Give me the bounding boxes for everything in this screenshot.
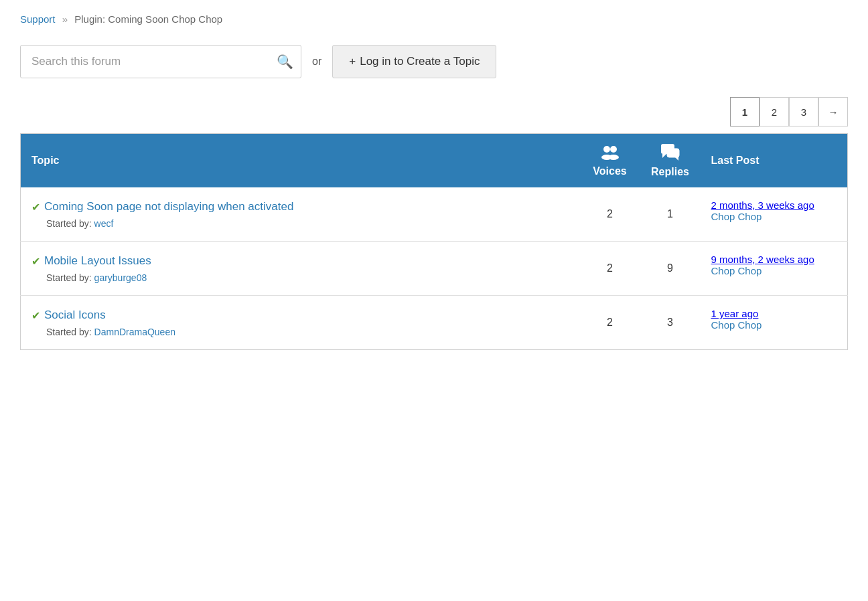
pagination-page-3[interactable]: 3 [789,97,818,126]
topic-meta: Started by: DamnDramaQueen [46,327,569,337]
topic-title-row: ✔ Social Icons [31,308,569,323]
pagination-next[interactable]: → [818,97,848,126]
search-input[interactable] [20,45,301,78]
table-row: ✔ Mobile Layout Issues Started by: garyb… [21,242,848,296]
started-by-label: Started by: [46,272,92,283]
last-post-by: Chop Chop [711,265,837,277]
topic-title-row: ✔ Coming Soon page not displaying when a… [31,199,569,214]
last-post-by-link[interactable]: Chop Chop [711,211,762,222]
svg-rect-7 [667,149,679,157]
table-row: ✔ Social Icons Started by: DamnDramaQuee… [21,296,848,350]
last-post-by-link[interactable]: Chop Chop [711,319,762,331]
pagination: 1 2 3 → [20,97,848,126]
last-post-time-link[interactable]: 9 months, 2 weeks ago [711,254,814,265]
voices-cell: 2 [580,187,640,242]
topic-author-link[interactable]: wecf [94,218,114,229]
search-button[interactable]: 🔍 [277,54,293,70]
forum-table: Topic Voices [20,133,848,350]
plus-icon: + [349,55,356,68]
started-by-label: Started by: [46,327,92,337]
topic-title-link[interactable]: Coming Soon page not displaying when act… [44,199,293,214]
table-row: ✔ Coming Soon page not displaying when a… [21,187,848,242]
svg-point-0 [603,146,610,153]
col-replies-header: Replies [640,134,701,188]
last-post-time: 1 year ago [711,308,837,319]
create-topic-button[interactable]: + Log in to Create a Topic [332,45,496,78]
last-post-by-link[interactable]: Chop Chop [711,265,762,276]
topic-cell: ✔ Coming Soon page not displaying when a… [21,187,580,242]
voices-cell: 2 [580,242,640,296]
create-topic-label: Log in to Create a Topic [360,55,480,68]
col-topic-header: Topic [21,134,580,188]
lastpost-cell: 1 year ago Chop Chop [701,296,848,350]
svg-marker-5 [662,154,666,158]
svg-point-3 [608,155,619,160]
topic-title-link[interactable]: Social Icons [44,308,106,323]
last-post-time: 9 months, 2 weeks ago [711,254,837,265]
topic-title-row: ✔ Mobile Layout Issues [31,254,569,268]
topic-cell: ✔ Social Icons Started by: DamnDramaQuee… [21,296,580,350]
breadcrumb: Support » Plugin: Coming Soon Chop Chop [20,13,848,25]
lastpost-cell: 9 months, 2 weeks ago Chop Chop [701,242,848,296]
replies-label: Replies [651,166,689,178]
resolved-checkmark: ✔ [31,309,40,322]
started-by-label: Started by: [46,218,92,229]
table-header-row: Topic Voices [21,134,848,188]
replies-cell: 9 [640,242,701,296]
last-post-by: Chop Chop [711,211,837,223]
voices-cell: 2 [580,296,640,350]
last-post-time-link[interactable]: 2 months, 3 weeks ago [711,199,814,211]
last-post-time-link[interactable]: 1 year ago [711,308,759,319]
search-icon: 🔍 [277,54,293,69]
voices-label: Voices [593,165,626,177]
voices-icon [600,144,620,163]
pagination-page-1[interactable]: 1 [730,97,760,126]
replies-icon [660,143,680,163]
resolved-checkmark: ✔ [31,255,40,268]
col-voices-header: Voices [580,134,640,188]
last-post-by: Chop Chop [711,319,837,331]
resolved-checkmark: ✔ [31,201,40,213]
svg-marker-8 [675,157,678,161]
last-post-time: 2 months, 3 weeks ago [711,199,837,211]
or-label: or [312,56,321,68]
topic-meta: Started by: wecf [46,218,569,229]
replies-cell: 1 [640,187,701,242]
col-lastpost-header: Last Post [701,134,848,188]
breadcrumb-current: Plugin: Coming Soon Chop Chop [74,13,222,25]
topic-cell: ✔ Mobile Layout Issues Started by: garyb… [21,242,580,296]
breadcrumb-separator: » [62,13,68,25]
topic-title-link[interactable]: Mobile Layout Issues [44,254,151,268]
lastpost-cell: 2 months, 3 weeks ago Chop Chop [701,187,848,242]
search-area: 🔍 or + Log in to Create a Topic [20,45,848,78]
topic-author-link[interactable]: garyburge08 [94,272,147,283]
pagination-page-2[interactable]: 2 [760,97,789,126]
topic-author-link[interactable]: DamnDramaQueen [94,327,175,337]
breadcrumb-support-link[interactable]: Support [20,13,56,25]
svg-point-1 [610,146,617,153]
search-wrapper: 🔍 [20,45,301,78]
topic-meta: Started by: garyburge08 [46,272,569,283]
replies-cell: 3 [640,296,701,350]
